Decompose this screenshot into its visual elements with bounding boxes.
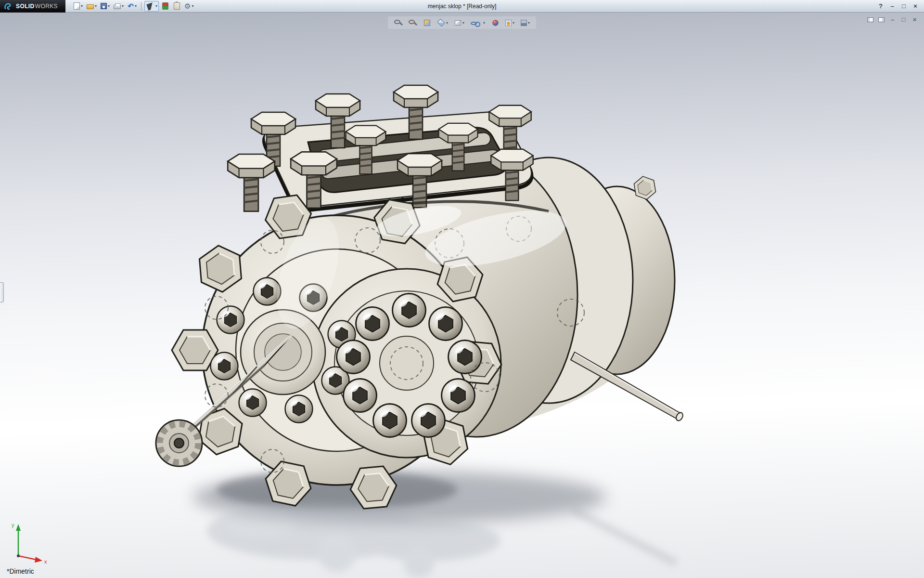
zoom-to-fit-icon	[394, 20, 400, 24]
document-window-controls: –□×	[866, 15, 919, 24]
restore-icon: □	[901, 2, 907, 10]
triad-y-label: y	[12, 522, 14, 528]
document-close-button[interactable]: ×	[910, 15, 919, 24]
hide-show-items-button[interactable]	[469, 17, 487, 28]
options-button[interactable]: ⚙	[183, 1, 195, 12]
triad-y-arrow	[16, 524, 21, 531]
edit-appearance-icon	[492, 20, 499, 26]
edit-appearance-button[interactable]	[490, 17, 500, 28]
view-orientation-button[interactable]	[436, 17, 449, 28]
main-toolbar: ↶⚙	[72, 1, 195, 12]
apply-scene-button[interactable]	[504, 17, 516, 28]
3ds-logo-icon	[4, 2, 13, 10]
title-bar: SOLID WORKS ↶⚙ menjac sklop * [Read-only…	[0, 0, 924, 13]
minimize-icon: –	[889, 2, 896, 10]
document-minimize-icon: –	[889, 16, 896, 24]
save-icon	[101, 3, 107, 9]
document-restore-icon: □	[900, 16, 907, 24]
display-style-icon	[455, 20, 461, 26]
pane-split-right-button[interactable]	[877, 15, 886, 24]
top-cover-assembly	[228, 85, 533, 211]
apply-scene-icon	[505, 20, 512, 26]
pane-split-right-icon	[878, 17, 885, 22]
restore-button[interactable]: □	[899, 2, 909, 11]
graphics-area[interactable]: –□× y x *Dimetric	[0, 13, 924, 578]
solidworks-logo: SOLID WORKS	[0, 0, 65, 13]
print-button[interactable]	[112, 1, 125, 12]
file-properties-icon	[174, 2, 180, 10]
view-orientation-label: *Dimetric	[7, 567, 34, 575]
hide-show-items-icon	[471, 22, 477, 25]
heads-up-view-toolbar	[388, 16, 536, 29]
rebuild-icon	[162, 2, 168, 10]
select-tool-icon	[146, 2, 154, 10]
document-restore-button[interactable]: □	[899, 15, 908, 24]
rebuild-button[interactable]	[160, 1, 170, 12]
view-settings-button[interactable]	[519, 17, 531, 28]
close-icon: ×	[912, 2, 919, 10]
triad-x-arrow	[35, 557, 42, 563]
new-document-button[interactable]	[72, 1, 84, 12]
close-button[interactable]: ×	[911, 2, 920, 11]
brand-text-bold: SOLID	[16, 3, 35, 10]
document-minimize-button[interactable]: –	[888, 15, 897, 24]
pane-split-left-button[interactable]	[866, 15, 875, 24]
undo-button[interactable]: ↶	[126, 1, 138, 12]
view-settings-icon	[521, 20, 527, 26]
display-style-button[interactable]	[453, 17, 466, 28]
window-controls: ?–□×	[876, 2, 924, 11]
toolbar-separator	[141, 2, 141, 11]
orientation-triad: y x	[7, 517, 51, 565]
save-button[interactable]	[99, 1, 111, 12]
brand-text-light: WORKS	[35, 3, 58, 10]
document-close-icon: ×	[911, 16, 918, 24]
options-icon: ⚙	[184, 2, 191, 10]
help-icon: ?	[878, 2, 884, 10]
open-document-button[interactable]	[85, 1, 98, 12]
zoom-to-area-button[interactable]	[407, 17, 418, 28]
section-view-button[interactable]	[422, 17, 432, 28]
pane-split-left-icon	[867, 17, 873, 22]
help-button[interactable]: ?	[876, 2, 886, 11]
feature-manager-collapsed-tab[interactable]	[0, 282, 4, 302]
file-properties-button[interactable]	[171, 1, 182, 12]
triad-x-label: x	[44, 559, 47, 565]
minimize-button[interactable]: –	[887, 2, 897, 11]
print-icon	[114, 5, 121, 9]
new-document-icon	[74, 2, 80, 10]
zoom-to-fit-button[interactable]	[393, 17, 404, 28]
section-view-icon	[424, 20, 430, 26]
zoom-to-area-icon	[409, 20, 415, 24]
gearbox-model	[0, 13, 924, 578]
view-orientation-icon	[437, 19, 445, 26]
undo-icon: ↶	[128, 2, 134, 10]
open-document-icon	[87, 4, 94, 9]
select-tool-button[interactable]	[144, 1, 159, 12]
